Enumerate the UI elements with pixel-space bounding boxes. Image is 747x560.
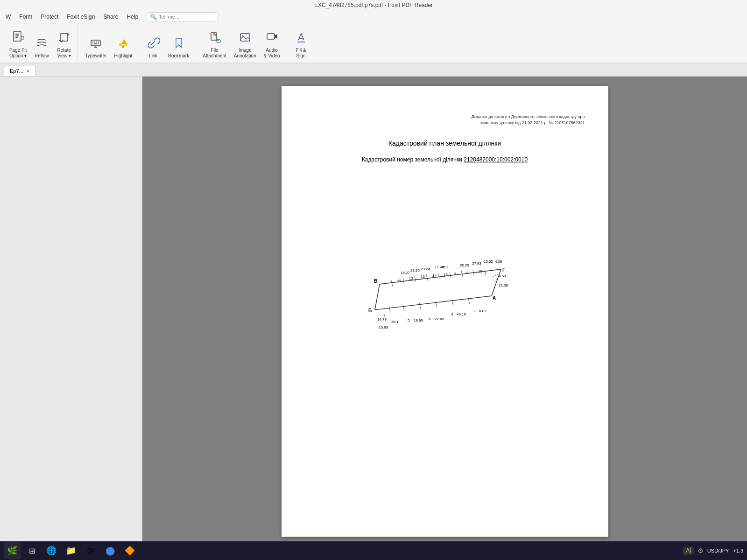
cadastral-number: 2120482000:10:002:0010 <box>464 156 528 163</box>
ribbon-group-annotate: Typewriter Highlight <box>79 25 138 61</box>
link-button[interactable]: Link <box>143 27 163 61</box>
rotate-view-label: RotateView ▾ <box>57 48 71 59</box>
menu-item-protect[interactable]: Protect <box>37 12 62 21</box>
page-fit-option-button[interactable]: Page FitOption ▾ <box>7 27 29 61</box>
svg-line-22 <box>391 280 393 287</box>
widgets-button[interactable]: ⊞ <box>23 542 40 559</box>
cadastral-number-line: Кадастровий номер земельної ділянки 2120… <box>305 156 585 163</box>
page-fit-label: Page FitOption ▾ <box>9 48 27 59</box>
main-area: Додаток до витягу з Державного земельног… <box>0 77 747 546</box>
svg-rect-5 <box>60 34 68 41</box>
svg-rect-12 <box>94 43 97 44</box>
ribbon-group-fill-sign: Fill &Sign <box>288 25 314 61</box>
audio-video-button[interactable]: Audio& Video <box>261 27 283 61</box>
widgets-icon: ⊞ <box>29 546 35 555</box>
audio-video-icon <box>265 31 278 46</box>
svg-line-33 <box>419 303 421 309</box>
bookmark-label: Bookmark <box>168 53 189 59</box>
menu-item-w[interactable]: W <box>2 12 14 21</box>
menu-item-form[interactable]: Form <box>15 12 36 21</box>
svg-rect-11 <box>92 43 93 44</box>
file-attachment-button[interactable]: FileAttachment <box>200 27 229 61</box>
app6-button[interactable]: 🔶 <box>121 542 138 559</box>
svg-line-32 <box>403 305 404 311</box>
seg-num-bot-5: 5 <box>408 318 410 322</box>
ribbon-group-media: FileAttachment ImageAnnotation Audio& Vi… <box>197 25 286 61</box>
browser-icon: 🌐 <box>46 546 56 556</box>
svg-rect-13 <box>98 43 99 44</box>
menu-item-foxit-esign[interactable]: Foxit eSign <box>63 12 99 21</box>
highlight-label: Highlight <box>114 53 132 59</box>
document-title: Кадастровий план земельної ділянки <box>305 140 585 147</box>
page-fit-icon <box>12 31 25 46</box>
search-box[interactable]: 🔍 <box>146 12 219 21</box>
search-icon: 🔍 <box>150 14 157 20</box>
seg-num-9: 9 <box>466 271 469 275</box>
system-icon: ⚙ <box>698 547 704 554</box>
svg-line-29 <box>473 270 474 276</box>
ribbon-group-link-bookmark: Link Bookmark <box>140 25 195 61</box>
menu-item-share[interactable]: Share <box>99 12 122 21</box>
chrome-icon: ⬤ <box>106 546 115 556</box>
store-button[interactable]: 🛍 <box>82 542 99 559</box>
reflow-icon <box>35 36 48 51</box>
seg-num-11: 11 <box>397 278 401 282</box>
corner-label-v: В <box>374 279 377 284</box>
svg-line-35 <box>452 300 453 306</box>
meas-top-1: 15.55 <box>484 259 493 264</box>
fill-sign-icon <box>295 31 308 46</box>
svg-rect-6 <box>91 40 100 46</box>
fill-sign-button[interactable]: Fill &Sign <box>291 27 311 61</box>
bookmark-button[interactable]: Bookmark <box>165 27 192 61</box>
browser-button[interactable]: 🌐 <box>43 542 60 559</box>
explorer-button[interactable]: 📁 <box>63 542 79 559</box>
meas-top-9: 23.95 <box>410 268 420 273</box>
meas-bottom-4: 46.16 <box>457 312 466 316</box>
image-annotation-label: ImageAnnotation <box>234 48 256 59</box>
meas-top-8: 15.27 <box>401 271 410 275</box>
svg-rect-1 <box>15 34 19 35</box>
meas-top-6: 15.2 <box>441 265 449 269</box>
seg-num-bot-6: 6 <box>429 317 431 321</box>
meas-right-2: 4.58 <box>499 274 506 278</box>
meas-bottom-2: 18.99 <box>414 318 423 322</box>
ai-label[interactable]: Ai <box>683 546 694 555</box>
plot-polygon <box>375 269 501 310</box>
left-panel <box>0 77 142 546</box>
highlight-button[interactable]: Highlight <box>111 27 135 61</box>
image-annotation-button[interactable]: ImageAnnotation <box>231 27 259 61</box>
seg-num-bot-3: 3 <box>474 309 477 313</box>
meas-top-2: 4.58 <box>495 259 502 264</box>
cadastral-label: Кадастровий номер земельної ділянки <box>362 156 462 163</box>
meas-b-bottom: 16.93 <box>379 325 388 329</box>
document-area[interactable]: Додаток до витягу з Державного земельног… <box>142 77 747 546</box>
diagram-container: В Б А Г 15.55 4.58 27.93 20.29 11.44 15.… <box>305 256 585 331</box>
menu-item-help[interactable]: Help <box>123 12 142 21</box>
svg-rect-8 <box>94 42 95 42</box>
svg-line-38 <box>494 277 499 282</box>
tab-document[interactable]: Ep7... ✕ <box>4 66 36 76</box>
typewriter-label: Typewriter <box>85 53 106 59</box>
meas-right-1: 21.59 <box>499 283 508 287</box>
explorer-icon: 📁 <box>66 546 76 556</box>
start-button[interactable]: 🌿 <box>4 542 21 559</box>
fill-sign-label: Fill &Sign <box>296 48 306 59</box>
seg-num-bot-7: 7 <box>383 314 386 318</box>
svg-rect-9 <box>96 42 97 42</box>
audio-video-label: Audio& Video <box>264 48 280 59</box>
svg-line-27 <box>450 272 451 278</box>
store-icon: 🛍 <box>86 546 95 556</box>
typewriter-button[interactable]: Typewriter <box>82 27 109 61</box>
reflow-button[interactable]: Reflow <box>31 27 52 61</box>
tab-close-button[interactable]: ✕ <box>26 69 30 74</box>
header-line2: земельну ділянку від 21.02.2021 р. № 210… <box>305 120 585 126</box>
rotate-view-button[interactable]: RotateView ▾ <box>54 27 74 61</box>
cadastral-diagram: В Б А Г 15.55 4.58 27.93 20.29 11.44 15.… <box>366 256 524 331</box>
file-attachment-label: FileAttachment <box>203 48 226 59</box>
ribbon-group-view: Page FitOption ▾ Reflow RotateView ▾ <box>4 25 78 61</box>
search-input[interactable] <box>159 14 215 20</box>
file-attachment-icon <box>208 31 221 46</box>
tab-label: Ep7... <box>10 68 23 74</box>
start-icon: 🌿 <box>7 546 17 556</box>
chrome-button[interactable]: ⬤ <box>102 542 119 559</box>
